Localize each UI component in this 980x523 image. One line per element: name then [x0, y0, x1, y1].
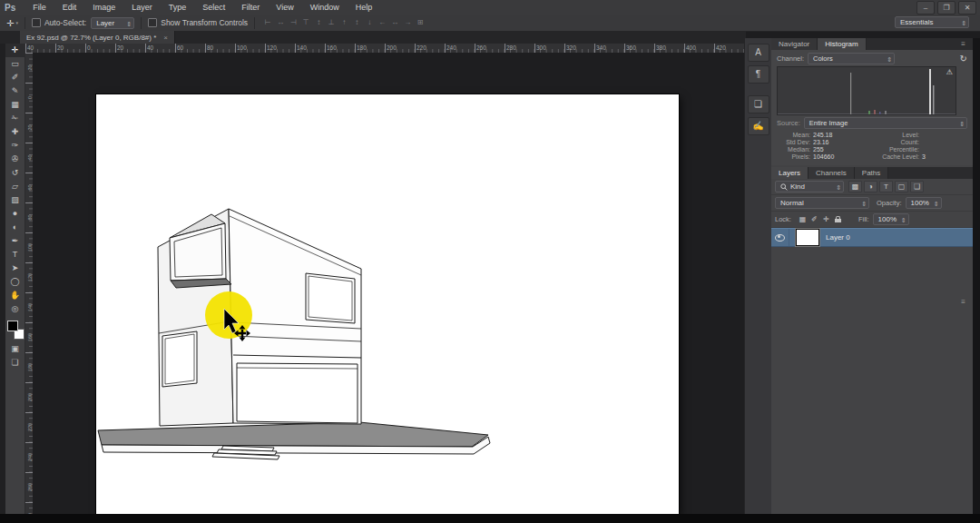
eyedropper-tool[interactable]: ✁ — [5, 112, 25, 125]
tab-close-icon[interactable]: × — [163, 34, 168, 42]
ruler-label: 40 — [25, 44, 55, 51]
menu-filter[interactable]: Filter — [233, 0, 268, 15]
paragraph-styles-panel-icon[interactable]: ✍ — [748, 117, 769, 135]
align-left-edges-icon[interactable]: ⊢ — [261, 15, 274, 30]
filter-type-layers-icon[interactable]: T — [879, 181, 893, 192]
minimize-button[interactable]: – — [916, 1, 935, 15]
blend-mode-dropdown[interactable]: Normal — [775, 197, 869, 209]
path-selection-tool[interactable]: ➤ — [5, 262, 25, 275]
history-brush-tool[interactable]: ↺ — [5, 166, 25, 180]
restore-button[interactable]: ❐ — [937, 1, 956, 15]
distribute-horizontal-centers-icon[interactable]: ↔ — [388, 15, 401, 30]
screen-mode-button[interactable]: ❏ — [5, 356, 25, 370]
hand-tool[interactable]: ✋ — [5, 289, 25, 302]
lock-position-icon[interactable]: ✛ — [820, 214, 832, 225]
tab-histogram[interactable]: Histogram — [818, 38, 866, 50]
panel-dock: NavigatorHistogram ≡ Channel: Colors ↻ ⚠ — [771, 38, 973, 514]
lock-transparent-pixels-icon[interactable]: ▦ — [797, 214, 808, 225]
ruler-label: 380 — [654, 44, 684, 51]
move-tool[interactable]: ✛ — [5, 44, 25, 57]
paragraph-panel-icon[interactable]: ¶ — [748, 65, 769, 84]
lasso-tool[interactable]: ✐ — [5, 71, 25, 84]
foreground-color-swatch[interactable] — [7, 321, 18, 331]
tab-paths[interactable]: Paths — [855, 167, 888, 179]
count-value — [922, 139, 967, 146]
filter-shape-layers-icon[interactable]: ▢ — [895, 181, 908, 192]
healing-brush-tool[interactable]: ✚ — [5, 125, 25, 139]
brush-tool[interactable]: ✑ — [5, 139, 25, 153]
tab-layers[interactable]: Layers — [771, 167, 808, 179]
crop-tool[interactable]: ▦ — [5, 98, 25, 112]
zoom-tool[interactable]: ◎ — [5, 302, 25, 316]
distribute-right-edges-icon[interactable]: → — [401, 15, 414, 30]
color-swatches[interactable] — [5, 318, 25, 342]
dodge-tool[interactable]: ◐ — [5, 221, 25, 234]
menu-edit[interactable]: Edit — [54, 0, 85, 15]
align-top-edges-icon[interactable]: ⊤ — [299, 15, 312, 30]
lock-image-pixels-icon[interactable]: ✐ — [808, 214, 820, 225]
menu-layer[interactable]: Layer — [123, 0, 161, 15]
cached-data-warning-icon[interactable]: ⚠ — [946, 68, 953, 76]
ruler-label: 60 — [175, 44, 205, 51]
document-tab[interactable]: Ex 92.psd @ 72.7% (Layer 0, RGB/8#) * × — [20, 31, 175, 44]
distribute-bottom-edges-icon[interactable]: ↓ — [363, 15, 376, 30]
layer-filter-dropdown[interactable]: Kind — [775, 181, 844, 192]
menu-select[interactable]: Select — [194, 0, 233, 15]
layer-name: Layer 0 — [826, 233, 850, 242]
workspace-switcher[interactable]: Essentials — [895, 16, 969, 28]
layer-filter-label: Kind — [790, 182, 805, 192]
tool-preset-caret-icon[interactable]: ▾ — [15, 20, 18, 25]
opacity-dropdown[interactable]: 100% — [906, 197, 942, 209]
menu-view[interactable]: View — [268, 0, 301, 15]
fill-dropdown[interactable]: 100% — [873, 213, 909, 225]
panel-menu-icon[interactable]: ≡ — [961, 38, 965, 50]
type-tool[interactable]: T — [5, 248, 25, 262]
quick-selection-tool[interactable]: ✎ — [5, 84, 25, 98]
distribute-vertical-centers-icon[interactable]: ↕ — [350, 15, 363, 30]
menu-window[interactable]: Window — [302, 0, 348, 15]
histogram-graph: ⚠ — [777, 66, 956, 115]
auto-select-checkbox[interactable] — [32, 18, 41, 27]
distribute-top-edges-icon[interactable]: ↑ — [338, 15, 350, 30]
align-bottom-edges-icon[interactable]: ⊥ — [325, 15, 338, 30]
pen-tool[interactable]: ✒ — [5, 234, 25, 248]
filter-smart-objects-icon[interactable]: ❏ — [910, 181, 924, 192]
panel-menu-icon[interactable]: ≡ — [961, 296, 965, 308]
align-horizontal-centers-icon[interactable]: ↔ — [274, 15, 287, 30]
source-dropdown[interactable]: Entire Image — [804, 117, 967, 129]
auto-select-target-dropdown[interactable]: Layer — [91, 17, 134, 29]
document-tab-bar: Ex 92.psd @ 72.7% (Layer 0, RGB/8#) * × — [0, 31, 746, 44]
character-styles-panel-icon[interactable]: ❏ — [748, 95, 769, 113]
shape-tool[interactable]: ◯ — [5, 275, 25, 289]
channel-dropdown[interactable]: Colors — [808, 53, 895, 64]
eraser-tool[interactable]: ▱ — [5, 180, 25, 193]
blur-tool[interactable]: ● — [5, 207, 25, 221]
refresh-histogram-icon[interactable]: ↻ — [960, 54, 967, 64]
tab-channels[interactable]: Channels — [808, 167, 855, 179]
gradient-tool[interactable]: ▨ — [5, 193, 25, 207]
distribute-left-edges-icon[interactable]: ← — [376, 15, 388, 30]
menu-items: FileEditImageLayerTypeSelectFilterViewWi… — [24, 0, 380, 15]
menu-type[interactable]: Type — [161, 0, 195, 15]
layer-visibility-toggle[interactable] — [771, 229, 789, 246]
show-transform-label: Show Transform Controls — [161, 18, 248, 27]
quick-mask-button[interactable]: ▣ — [5, 342, 25, 356]
lock-all-icon[interactable] — [832, 214, 844, 225]
auto-align-layers-icon[interactable]: ⊞ — [414, 15, 426, 30]
clone-stamp-tool[interactable]: ✇ — [5, 153, 25, 166]
filter-adjustment-layers-icon[interactable]: ◑ — [864, 181, 877, 192]
rectangular-marquee-tool[interactable]: ▭ — [5, 57, 25, 71]
document-canvas[interactable] — [96, 94, 679, 514]
close-button[interactable]: ✕ — [958, 1, 976, 15]
menu-image[interactable]: Image — [84, 0, 123, 15]
align-right-edges-icon[interactable]: ⊣ — [287, 15, 299, 30]
layer-thumbnail[interactable] — [796, 229, 819, 246]
character-panel-icon[interactable]: A — [748, 44, 769, 62]
menu-file[interactable]: File — [24, 0, 54, 15]
menu-help[interactable]: Help — [348, 0, 381, 15]
tab-navigator[interactable]: Navigator — [771, 38, 818, 50]
filter-pixel-layers-icon[interactable]: ▩ — [848, 181, 862, 192]
show-transform-checkbox[interactable] — [148, 18, 157, 27]
align-vertical-centers-icon[interactable]: ↕ — [312, 15, 325, 30]
layer-row[interactable]: Layer 0 — [771, 228, 973, 247]
